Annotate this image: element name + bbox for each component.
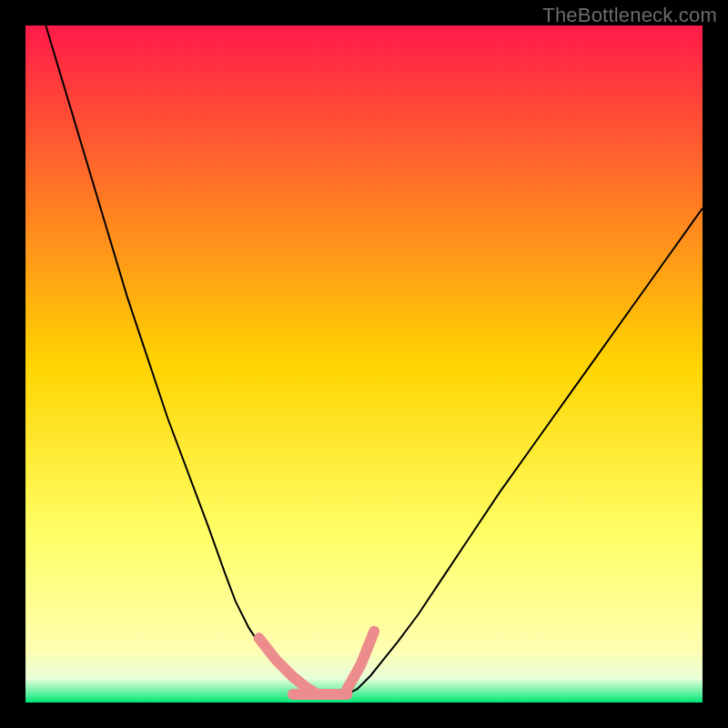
chart-background xyxy=(25,25,703,703)
watermark-text: TheBottleneck.com xyxy=(542,4,717,27)
chart-svg xyxy=(25,25,703,703)
chart-container: TheBottleneck.com xyxy=(0,0,728,728)
plot-area xyxy=(25,25,703,703)
